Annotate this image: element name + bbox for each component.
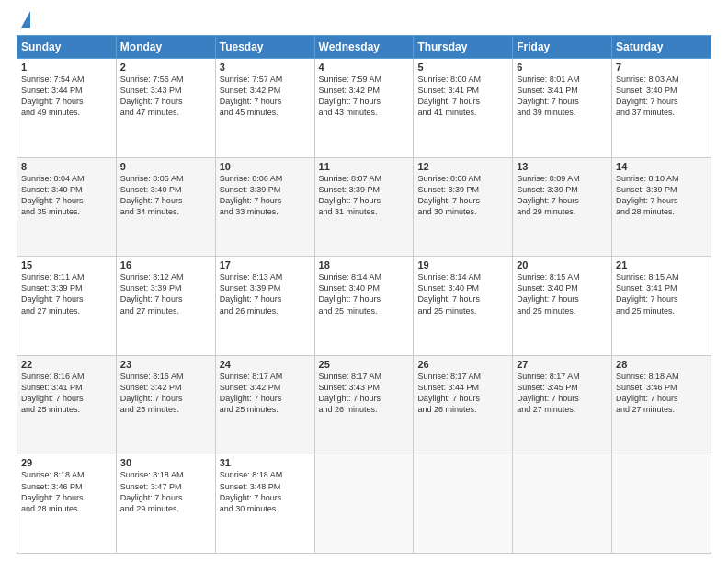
day-number: 4: [319, 62, 410, 73]
day-number: 1: [21, 62, 112, 73]
day-number: 23: [120, 359, 211, 370]
day-info: Sunrise: 7:59 AM Sunset: 3:42 PM Dayligh…: [319, 74, 410, 119]
day-info: Sunrise: 8:17 AM Sunset: 3:45 PM Dayligh…: [517, 371, 608, 416]
day-cell: 31Sunrise: 8:18 AM Sunset: 3:48 PM Dayli…: [215, 454, 314, 554]
day-number: 9: [120, 161, 211, 172]
day-cell: [314, 454, 414, 554]
day-cell: 29Sunrise: 8:18 AM Sunset: 3:46 PM Dayli…: [17, 454, 117, 554]
day-info: Sunrise: 8:06 AM Sunset: 3:39 PM Dayligh…: [220, 173, 311, 218]
page: SundayMondayTuesdayWednesdayThursdayFrid…: [0, 0, 728, 563]
day-info: Sunrise: 7:57 AM Sunset: 3:42 PM Dayligh…: [220, 74, 311, 119]
day-info: Sunrise: 8:14 AM Sunset: 3:40 PM Dayligh…: [319, 271, 410, 316]
day-info: Sunrise: 8:13 AM Sunset: 3:39 PM Dayligh…: [220, 271, 311, 316]
day-number: 18: [319, 259, 410, 270]
day-info: Sunrise: 8:17 AM Sunset: 3:42 PM Dayligh…: [220, 371, 311, 416]
day-cell: 18Sunrise: 8:14 AM Sunset: 3:40 PM Dayli…: [314, 257, 414, 356]
day-info: Sunrise: 8:18 AM Sunset: 3:46 PM Dayligh…: [21, 469, 112, 514]
day-cell: [513, 454, 612, 554]
day-info: Sunrise: 7:56 AM Sunset: 3:43 PM Dayligh…: [120, 74, 211, 119]
logo-triangle-icon: [21, 11, 30, 28]
day-cell: 19Sunrise: 8:14 AM Sunset: 3:40 PM Dayli…: [414, 257, 513, 356]
day-number: 10: [220, 161, 311, 172]
logo: [17, 15, 30, 28]
day-number: 2: [120, 62, 211, 73]
day-number: 17: [220, 259, 311, 270]
day-number: 25: [319, 359, 410, 370]
day-number: 16: [120, 259, 211, 270]
header-cell-tuesday: Tuesday: [215, 36, 314, 59]
day-number: 15: [21, 259, 112, 270]
day-info: Sunrise: 8:14 AM Sunset: 3:40 PM Dayligh…: [417, 271, 508, 316]
day-cell: 1Sunrise: 7:54 AM Sunset: 3:44 PM Daylig…: [17, 59, 117, 158]
day-info: Sunrise: 8:04 AM Sunset: 3:40 PM Dayligh…: [21, 173, 112, 218]
day-info: Sunrise: 8:16 AM Sunset: 3:41 PM Dayligh…: [21, 371, 112, 416]
week-row-4: 22Sunrise: 8:16 AM Sunset: 3:41 PM Dayli…: [17, 355, 711, 454]
day-info: Sunrise: 8:10 AM Sunset: 3:39 PM Dayligh…: [616, 173, 707, 218]
day-number: 19: [417, 259, 508, 270]
header-cell-saturday: Saturday: [612, 36, 711, 59]
day-info: Sunrise: 8:11 AM Sunset: 3:39 PM Dayligh…: [21, 271, 112, 316]
day-cell: [612, 454, 711, 554]
day-cell: 24Sunrise: 8:17 AM Sunset: 3:42 PM Dayli…: [215, 355, 314, 454]
day-number: 11: [319, 161, 410, 172]
day-cell: 17Sunrise: 8:13 AM Sunset: 3:39 PM Dayli…: [215, 257, 314, 356]
day-cell: 23Sunrise: 8:16 AM Sunset: 3:42 PM Dayli…: [116, 355, 215, 454]
day-cell: 5Sunrise: 8:00 AM Sunset: 3:41 PM Daylig…: [414, 59, 513, 158]
day-number: 26: [417, 359, 508, 370]
day-number: 28: [616, 359, 707, 370]
day-cell: 28Sunrise: 8:18 AM Sunset: 3:46 PM Dayli…: [612, 355, 711, 454]
day-info: Sunrise: 8:18 AM Sunset: 3:47 PM Dayligh…: [120, 469, 211, 514]
header-cell-wednesday: Wednesday: [314, 36, 414, 59]
day-cell: 16Sunrise: 8:12 AM Sunset: 3:39 PM Dayli…: [116, 257, 215, 356]
day-info: Sunrise: 8:08 AM Sunset: 3:39 PM Dayligh…: [417, 173, 508, 218]
day-cell: 15Sunrise: 8:11 AM Sunset: 3:39 PM Dayli…: [17, 257, 117, 356]
calendar-body: 1Sunrise: 7:54 AM Sunset: 3:44 PM Daylig…: [17, 59, 711, 554]
header-cell-thursday: Thursday: [414, 36, 513, 59]
header: [17, 15, 711, 28]
day-info: Sunrise: 8:18 AM Sunset: 3:48 PM Dayligh…: [220, 469, 311, 514]
week-row-2: 8Sunrise: 8:04 AM Sunset: 3:40 PM Daylig…: [17, 157, 711, 257]
day-info: Sunrise: 8:05 AM Sunset: 3:40 PM Dayligh…: [120, 173, 211, 218]
day-cell: 2Sunrise: 7:56 AM Sunset: 3:43 PM Daylig…: [116, 59, 215, 158]
day-number: 24: [220, 359, 311, 370]
day-number: 21: [616, 259, 707, 270]
calendar-header: SundayMondayTuesdayWednesdayThursdayFrid…: [17, 36, 711, 59]
day-number: 30: [120, 457, 211, 468]
day-info: Sunrise: 8:00 AM Sunset: 3:41 PM Dayligh…: [417, 74, 508, 119]
day-info: Sunrise: 8:18 AM Sunset: 3:46 PM Dayligh…: [616, 371, 707, 416]
week-row-1: 1Sunrise: 7:54 AM Sunset: 3:44 PM Daylig…: [17, 59, 711, 158]
day-cell: 11Sunrise: 8:07 AM Sunset: 3:39 PM Dayli…: [314, 157, 414, 257]
day-number: 14: [616, 161, 707, 172]
day-cell: 25Sunrise: 8:17 AM Sunset: 3:43 PM Dayli…: [314, 355, 414, 454]
day-number: 27: [517, 359, 608, 370]
day-cell: 30Sunrise: 8:18 AM Sunset: 3:47 PM Dayli…: [116, 454, 215, 554]
day-info: Sunrise: 8:01 AM Sunset: 3:41 PM Dayligh…: [517, 74, 608, 119]
day-number: 6: [517, 62, 608, 73]
day-number: 3: [220, 62, 311, 73]
day-number: 20: [517, 259, 608, 270]
day-cell: [414, 454, 513, 554]
day-info: Sunrise: 7:54 AM Sunset: 3:44 PM Dayligh…: [21, 74, 112, 119]
day-number: 13: [517, 161, 608, 172]
day-cell: 21Sunrise: 8:15 AM Sunset: 3:41 PM Dayli…: [612, 257, 711, 356]
header-cell-friday: Friday: [513, 36, 612, 59]
day-cell: 4Sunrise: 7:59 AM Sunset: 3:42 PM Daylig…: [314, 59, 414, 158]
day-cell: 6Sunrise: 8:01 AM Sunset: 3:41 PM Daylig…: [513, 59, 612, 158]
day-cell: 9Sunrise: 8:05 AM Sunset: 3:40 PM Daylig…: [116, 157, 215, 257]
day-cell: 14Sunrise: 8:10 AM Sunset: 3:39 PM Dayli…: [612, 157, 711, 257]
day-cell: 10Sunrise: 8:06 AM Sunset: 3:39 PM Dayli…: [215, 157, 314, 257]
day-number: 22: [21, 359, 112, 370]
day-info: Sunrise: 8:17 AM Sunset: 3:44 PM Dayligh…: [417, 371, 508, 416]
day-cell: 20Sunrise: 8:15 AM Sunset: 3:40 PM Dayli…: [513, 257, 612, 356]
day-info: Sunrise: 8:09 AM Sunset: 3:39 PM Dayligh…: [517, 173, 608, 218]
day-cell: 22Sunrise: 8:16 AM Sunset: 3:41 PM Dayli…: [17, 355, 117, 454]
day-cell: 12Sunrise: 8:08 AM Sunset: 3:39 PM Dayli…: [414, 157, 513, 257]
day-info: Sunrise: 8:12 AM Sunset: 3:39 PM Dayligh…: [120, 271, 211, 316]
header-cell-monday: Monday: [116, 36, 215, 59]
week-row-3: 15Sunrise: 8:11 AM Sunset: 3:39 PM Dayli…: [17, 257, 711, 356]
day-number: 12: [417, 161, 508, 172]
day-number: 29: [21, 457, 112, 468]
day-cell: 3Sunrise: 7:57 AM Sunset: 3:42 PM Daylig…: [215, 59, 314, 158]
day-cell: 26Sunrise: 8:17 AM Sunset: 3:44 PM Dayli…: [414, 355, 513, 454]
day-cell: 27Sunrise: 8:17 AM Sunset: 3:45 PM Dayli…: [513, 355, 612, 454]
